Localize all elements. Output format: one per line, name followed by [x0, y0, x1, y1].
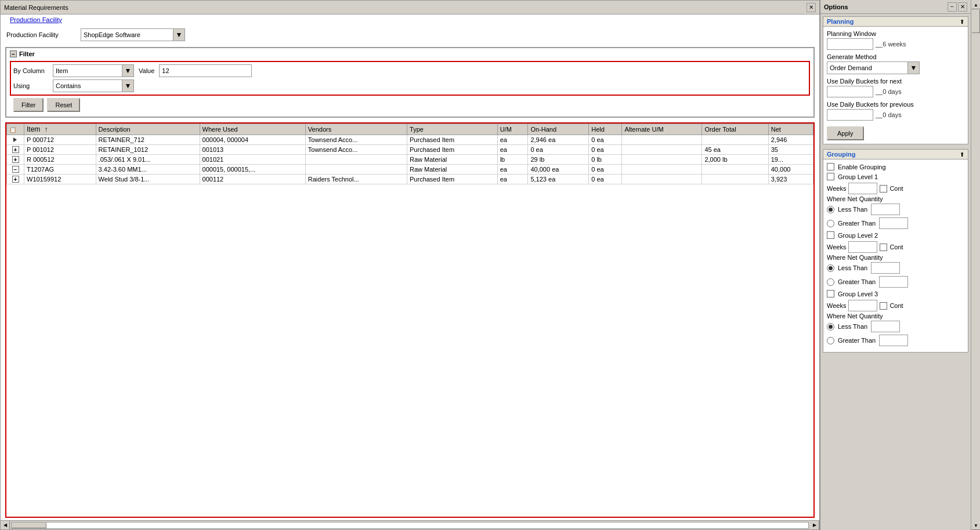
greater-than-3-radio[interactable]	[827, 337, 834, 344]
cell-um: lb	[497, 155, 528, 165]
cell-description: .053/.061 X 9.01...	[96, 155, 200, 165]
col-header-held[interactable]: Held	[589, 124, 622, 135]
filter-button[interactable]: Filter	[13, 98, 44, 112]
cell-whereUsed: 001013	[200, 145, 305, 155]
where-net-qty-label-3: Where Net Quantity	[827, 313, 964, 320]
less-than-2-radio[interactable]	[827, 264, 834, 272]
enable-grouping-checkbox[interactable]	[827, 163, 834, 170]
expand-icon[interactable]: −	[12, 166, 19, 173]
facility-dropdown-arrow[interactable]: ▼	[173, 29, 185, 41]
value-input[interactable]	[159, 64, 252, 77]
filter-collapse-icon[interactable]: −	[10, 50, 17, 57]
cont-checkbox-2[interactable]	[880, 244, 887, 251]
planning-window-input[interactable]	[827, 38, 873, 50]
options-scroll-up[interactable]: ▲	[971, 0, 980, 9]
greater-than-2-radio[interactable]	[827, 278, 834, 286]
less-than-1-label: Less Than	[838, 206, 867, 213]
cont-label-1: Cont	[889, 185, 903, 192]
less-than-1-input[interactable]	[871, 204, 900, 215]
planning-section-header[interactable]: Planning ⬆	[823, 16, 968, 27]
daily-buckets-next-input[interactable]	[827, 86, 873, 97]
group-level-1-checkbox[interactable]	[827, 173, 834, 180]
cell-net: 40,000	[768, 165, 813, 175]
less-than-1-radio[interactable]	[827, 206, 834, 213]
table-row[interactable]: −T1207AG3.42-3.60 MM1...000015, 000015,.…	[7, 165, 813, 175]
col-header-order-total[interactable]: Order Total	[702, 124, 768, 135]
options-collapse-btn[interactable]: −	[948, 2, 957, 12]
col-header-type[interactable]: Type	[407, 124, 498, 135]
col-header-item[interactable]: Item ↑	[24, 124, 96, 135]
expand-cell[interactable]: +	[7, 145, 24, 155]
col-header-um[interactable]: U/M	[497, 124, 528, 135]
cell-orderTotal	[702, 135, 768, 145]
cell-onHand: 29 lb	[528, 155, 589, 165]
planning-collapse-icon[interactable]: ⬆	[960, 19, 964, 25]
col-header-alt-um[interactable]: Alternate U/M	[622, 124, 702, 135]
column-dropdown[interactable]: Item ▼	[53, 64, 134, 77]
col-header-on-hand[interactable]: On-Hand	[528, 124, 589, 135]
using-dropdown[interactable]: Contains ▼	[53, 79, 134, 92]
daily-buckets-prev-label: Use Daily Buckets for previous	[827, 101, 964, 108]
options-title-bar: Options − ✕	[820, 0, 971, 14]
daily-buckets-next-label: Use Daily Buckets for next	[827, 78, 964, 85]
expand-icon[interactable]: +	[12, 156, 19, 163]
expand-cell[interactable]: −	[7, 165, 24, 175]
col-header-net[interactable]: Net	[768, 124, 813, 135]
close-button[interactable]: ✕	[807, 3, 816, 12]
group-level-2-checkbox[interactable]	[827, 231, 834, 239]
greater-than-3-label: Greater Than	[838, 337, 876, 344]
less-than-3-radio[interactable]	[827, 323, 834, 331]
less-than-2-input[interactable]	[871, 262, 900, 274]
options-scroll-thumb[interactable]	[972, 10, 980, 33]
expand-cell[interactable]	[7, 135, 24, 145]
cont-checkbox-3[interactable]	[880, 302, 887, 310]
table-row[interactable]: P 000712RETAINER_712000004, 000004Townse…	[7, 135, 813, 145]
column-dropdown-arrow[interactable]: ▼	[122, 65, 133, 77]
options-close-btn[interactable]: ✕	[958, 2, 967, 12]
greater-than-3-input[interactable]	[879, 335, 908, 346]
generate-method-arrow[interactable]: ▼	[907, 62, 919, 74]
group-level-3-checkbox[interactable]	[827, 290, 834, 297]
cell-whereUsed: 000004, 000004	[200, 135, 305, 145]
facility-dropdown[interactable]: ShopEdge Software ▼	[81, 28, 185, 41]
cell-description: 3.42-3.60 MM1...	[96, 165, 200, 175]
expand-cell[interactable]: +	[7, 155, 24, 165]
column-value: Item	[53, 67, 122, 74]
scrollbar-thumb[interactable]	[12, 522, 46, 528]
grouping-collapse-icon[interactable]: ⬆	[960, 151, 964, 158]
table-row[interactable]: +W10159912Weld Stud 3/8-1...000112Raider…	[7, 175, 813, 184]
greater-than-1-input[interactable]	[879, 217, 908, 229]
col-header-where-used[interactable]: Where Used	[200, 124, 305, 135]
expand-icon[interactable]: +	[12, 146, 19, 153]
weeks-input-3[interactable]	[848, 300, 877, 311]
expand-icon[interactable]: +	[12, 176, 19, 183]
options-scroll-track[interactable]	[971, 9, 980, 521]
greater-than-1-radio[interactable]	[827, 220, 834, 227]
cont-checkbox-1[interactable]	[880, 185, 887, 193]
options-scroll-down[interactable]: ▼	[971, 521, 980, 530]
cell-altUM	[622, 135, 702, 145]
col-header-vendors[interactable]: Vendors	[305, 124, 407, 135]
row-arrow-icon[interactable]	[13, 137, 17, 142]
scrollbar-track[interactable]	[11, 522, 809, 529]
reset-button[interactable]: Reset	[47, 98, 80, 112]
col-header-description[interactable]: Description	[96, 124, 200, 135]
production-facility-link[interactable]: Production Facility	[5, 14, 67, 26]
table-row[interactable]: +R 000512.053/.061 X 9.01...001021Raw Ma…	[7, 155, 813, 165]
using-dropdown-arrow[interactable]: ▼	[122, 80, 133, 92]
filter-header[interactable]: − Filter	[10, 50, 810, 57]
cell-altUM	[622, 155, 702, 165]
expand-cell[interactable]: +	[7, 175, 24, 184]
scrollbar-right-btn[interactable]: ▶	[810, 521, 819, 530]
daily-buckets-prev-input[interactable]	[827, 109, 873, 121]
grouping-section-header[interactable]: Grouping ⬆	[823, 149, 968, 159]
generate-method-select[interactable]: Order Demand ▼	[827, 61, 920, 74]
table-row[interactable]: +P 001012RETAINER_1012001013Townsend Acc…	[7, 145, 813, 155]
scrollbar-left-btn[interactable]: ◀	[1, 521, 10, 530]
horizontal-scrollbar[interactable]: ◀ ▶	[1, 520, 819, 529]
planning-apply-button[interactable]: Apply	[827, 126, 864, 140]
less-than-3-input[interactable]	[871, 321, 900, 332]
weeks-input-2[interactable]	[848, 241, 877, 253]
greater-than-2-input[interactable]	[879, 276, 908, 288]
weeks-input-1[interactable]	[848, 183, 877, 194]
